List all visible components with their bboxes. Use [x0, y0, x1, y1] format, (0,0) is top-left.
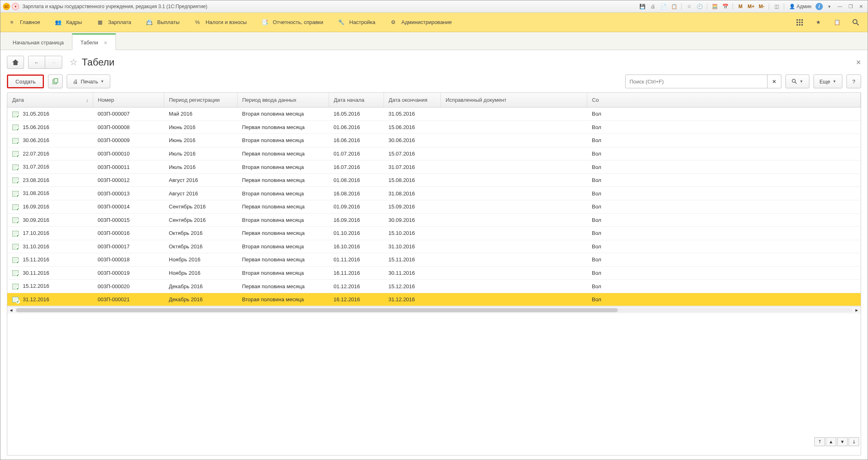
col-start[interactable]: Дата начала [329, 93, 384, 107]
cell-corr [441, 213, 587, 227]
menu-item-4[interactable]: %Налоги и взносы [193, 18, 246, 26]
more-button-label: Еще [820, 79, 830, 85]
table-row[interactable]: 31.10.2016003П-000017Октябрь 2016Вторая … [7, 240, 861, 253]
home-button[interactable] [7, 56, 24, 69]
col-end[interactable]: Дата окончания [384, 93, 441, 107]
info-icon[interactable]: i [816, 3, 823, 10]
grid-first-button[interactable]: ⤒ [814, 437, 825, 446]
grid-last-button[interactable]: ⤓ [848, 437, 859, 446]
help-button[interactable]: ? [846, 74, 861, 88]
cell-date: 30.11.2016 [7, 266, 93, 280]
search-menu-button[interactable]: ▼ [785, 74, 809, 88]
current-user[interactable]: 👤 Админ [787, 4, 813, 9]
favorites-icon[interactable]: ★ [814, 18, 823, 27]
tb-print-icon[interactable]: 🖨 [649, 3, 657, 10]
cell-date: 31.10.2016 [7, 240, 93, 253]
table-row[interactable]: 30.11.2016003П-000019Ноябрь 2016Вторая п… [7, 266, 861, 280]
table-row[interactable]: 22.07.2016003П-000010Июль 2016Первая пол… [7, 147, 861, 160]
menu-item-3[interactable]: 📇Выплаты [145, 18, 180, 26]
document-posted-icon [12, 164, 19, 170]
tb-copy-icon[interactable]: 📋 [670, 3, 678, 10]
scrollbar-thumb[interactable] [16, 308, 618, 312]
back-button[interactable]: ← [28, 56, 45, 69]
table-row[interactable]: 31.07.2016003П-000011Июль 2016Вторая пол… [7, 160, 861, 174]
cell-end: 15.07.2016 [384, 147, 441, 160]
menu-item-0[interactable]: ≡Главное [8, 18, 40, 26]
grid-down-button[interactable]: ▼ [837, 437, 848, 446]
menu-item-6[interactable]: 🔧Настройка [337, 18, 375, 26]
cell-value: Вторая половина месяца [242, 243, 304, 250]
cell-start: 01.12.2016 [329, 280, 384, 293]
print-button[interactable]: 🖨 Печать ▼ [67, 74, 110, 88]
tb-m-button[interactable]: M [736, 3, 744, 10]
table-row[interactable]: 30.06.2016003П-000009Июнь 2016Вторая пол… [7, 134, 861, 147]
dropdown-icon[interactable]: ▾ [825, 3, 833, 10]
menu-item-7[interactable]: ⚙Администрирование [389, 18, 452, 26]
copy-button[interactable] [48, 74, 63, 88]
col-label: Со [592, 97, 599, 103]
tb-mminus-button[interactable]: M- [757, 3, 765, 10]
favorite-star-icon[interactable]: ☆ [70, 57, 78, 68]
tab-1[interactable]: Табели✕ [72, 33, 116, 50]
menu-item-1[interactable]: 👥Кадры [54, 18, 82, 26]
maximize-button[interactable]: ❐ [846, 3, 855, 10]
col-num[interactable]: Номер [93, 93, 164, 107]
menu-item-5[interactable]: 📑Отчетность, справки [261, 18, 323, 26]
table-row[interactable]: 30.09.2016003П-000015Сентябрь 2016Вторая… [7, 213, 861, 227]
col-date[interactable]: Дата↓ [7, 93, 93, 107]
cell-reg: Сентябрь 2016 [164, 200, 237, 213]
cell-value: 23.08.2016 [23, 177, 49, 183]
close-button[interactable]: ✕ [857, 3, 865, 10]
tb-history-icon[interactable]: 🕘 [696, 3, 704, 10]
clipboard-icon[interactable]: 📋 [833, 18, 842, 27]
table-row[interactable]: 15.11.2016003П-000018Ноябрь 2016Первая п… [7, 253, 861, 267]
tb-panel-icon[interactable]: ◫ [772, 3, 781, 10]
table-row[interactable]: 31.05.2016003П-000007Май 2016Вторая поло… [7, 107, 861, 121]
cell-auth: Вол [587, 120, 861, 134]
search-clear-button[interactable]: ✕ [768, 74, 781, 88]
tb-calendar-icon[interactable]: 📅 [721, 3, 729, 10]
tb-fav-icon[interactable]: ☆ [685, 3, 693, 10]
scroll-right-icon[interactable]: ▸ [855, 307, 858, 313]
table-row[interactable]: 15.12.2016003П-000020Декабрь 2016Первая … [7, 280, 861, 293]
grid-up-button[interactable]: ▲ [826, 437, 836, 446]
cell-value: 003П-000018 [98, 256, 130, 263]
apps-icon[interactable] [795, 18, 804, 27]
search-input[interactable] [625, 74, 768, 88]
titlebar-dropdown-icon[interactable]: ▾ [12, 3, 19, 10]
more-button[interactable]: Еще ▼ [813, 74, 842, 88]
table-row[interactable]: 31.12.2016003П-000021Декабрь 2016Вторая … [7, 293, 861, 306]
table-row[interactable]: 31.08.2016003П-000013Август 2016Вторая п… [7, 187, 861, 200]
cell-input: Вторая половина месяца [237, 107, 329, 121]
cell-input: Вторая половина месяца [237, 266, 329, 280]
cell-value: 15.10.2016 [388, 230, 415, 236]
table-row[interactable]: 23.08.2016003П-000012Август 2016Первая п… [7, 173, 861, 187]
document-posted-icon [12, 244, 19, 250]
cell-input: Вторая половина месяца [237, 240, 329, 253]
table-row[interactable]: 15.06.2016003П-000008Июнь 2016Первая пол… [7, 120, 861, 134]
col-label: Номер [98, 97, 114, 103]
table-row[interactable]: 16.09.2016003П-000014Сентябрь 2016Первая… [7, 200, 861, 213]
tb-calc-icon[interactable]: 🧮 [711, 3, 719, 10]
table-row[interactable]: 17.10.2016003П-000016Октябрь 2016Первая … [7, 227, 861, 240]
menu-item-2[interactable]: ▦Зарплата [96, 18, 131, 26]
tab-0[interactable]: Начальная страница [4, 35, 72, 50]
col-auth[interactable]: Со [587, 93, 861, 107]
page-close-button[interactable]: ✕ [856, 59, 861, 66]
horizontal-scrollbar[interactable]: ◂ ▸ [7, 306, 861, 313]
tab-close-icon[interactable]: ✕ [104, 40, 107, 45]
minimize-button[interactable]: — [836, 3, 844, 10]
tb-mplus-button[interactable]: M+ [747, 3, 755, 10]
search-icon[interactable] [851, 18, 860, 27]
forward-button[interactable]: → [45, 56, 62, 69]
cell-num: 003П-000020 [93, 280, 164, 293]
col-corr[interactable]: Исправленный документ [441, 93, 587, 107]
scroll-left-icon[interactable]: ◂ [10, 307, 13, 313]
col-reg[interactable]: Период регистрации [164, 93, 237, 107]
col-input[interactable]: Период ввода данных [237, 93, 329, 107]
tb-save-icon[interactable]: 💾 [638, 3, 646, 10]
cell-value: 30.09.2016 [388, 217, 415, 223]
svg-point-13 [792, 79, 795, 83]
tb-doc-icon[interactable]: 📄 [659, 3, 667, 10]
create-button[interactable]: Создать [7, 74, 44, 88]
